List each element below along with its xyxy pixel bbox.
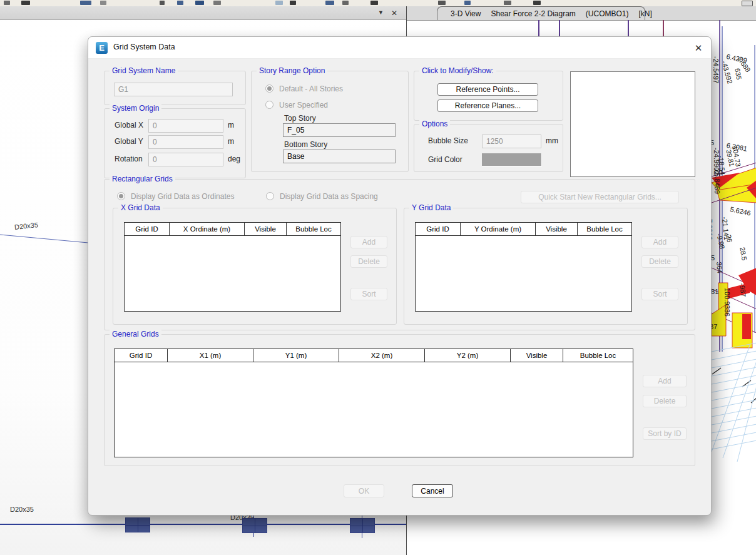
left-pane-titlebar: ▼ ✕ xyxy=(0,6,406,20)
radio-display-spacing-label: Display Grid Data as Spacing xyxy=(280,192,378,201)
column-header: Visible xyxy=(536,223,578,235)
toolbar-icon[interactable] xyxy=(160,1,165,5)
y-grid-table-body[interactable] xyxy=(416,236,631,311)
bubble-size-unit: mm xyxy=(546,136,558,145)
column-header: Visible xyxy=(511,349,563,362)
group-legend: Click to Modify/Show: xyxy=(419,66,496,75)
group-legend: Rectangular Grids xyxy=(110,175,175,183)
general-delete-button[interactable]: Delete xyxy=(643,395,687,407)
rotation-unit: deg xyxy=(228,155,240,163)
x-grid-table-header: Grid ID X Ordinate (m) Visible Bubble Lo… xyxy=(125,223,340,236)
general-grids-table-body[interactable] xyxy=(115,362,633,457)
tab-label-diagram: Shear Force 2-2 Diagram xyxy=(491,9,575,18)
group-legend: Y Grid Data xyxy=(409,203,453,212)
ok-button[interactable]: OK xyxy=(344,484,384,497)
column-header: X2 (m) xyxy=(339,349,425,362)
column-header: Bubble Loc xyxy=(578,223,631,235)
radio-user-specified[interactable] xyxy=(265,101,273,109)
cancel-button[interactable]: Cancel xyxy=(412,484,453,497)
column-header: Visible xyxy=(245,223,287,235)
toolbar-icon[interactable] xyxy=(438,1,446,5)
bubble-size-input[interactable]: 1250 xyxy=(482,135,541,148)
pane-close-button[interactable]: ✕ xyxy=(391,9,397,17)
group-options: Options Bubble Size 1250 mm Grid Color xyxy=(414,124,563,172)
dialog-title: Grid System Data xyxy=(113,43,175,51)
x-grid-delete-button[interactable]: Delete xyxy=(350,255,387,268)
group-system-origin: System Origin Global X 0 m Global Y 0 m … xyxy=(104,108,246,178)
toolbar-icon[interactable] xyxy=(4,1,10,5)
x-grid-add-button[interactable]: Add xyxy=(350,236,387,248)
bubble-size-label: Bubble Size xyxy=(428,136,468,145)
toolbar-icon[interactable] xyxy=(213,1,221,5)
dialog-titlebar[interactable]: E Grid System Data ✕ xyxy=(88,37,711,59)
general-grids-table: Grid ID X1 (m) Y1 (m) X2 (m) Y2 (m) Visi… xyxy=(114,349,633,457)
toolbar-icon[interactable] xyxy=(342,1,349,5)
selected-joint-handle[interactable] xyxy=(125,517,150,532)
group-legend: X Grid Data xyxy=(118,203,163,212)
toolbar-icon[interactable] xyxy=(275,1,283,5)
global-x-input[interactable]: 0 xyxy=(148,119,223,133)
rotation-label: Rotation xyxy=(115,155,143,163)
force-value-label: 364 xyxy=(715,262,724,273)
group-general-grids: General Grids Grid ID X1 (m) Y1 (m) X2 (… xyxy=(104,334,695,466)
force-value-label: 100.9336 xyxy=(723,288,731,317)
toolbar-icon[interactable] xyxy=(290,1,296,5)
y-grid-table-header: Grid ID Y Ordinate (m) Visible Bubble Lo… xyxy=(416,223,631,236)
grid-system-name-input[interactable]: G1 xyxy=(114,83,233,96)
y-grid-delete-button[interactable]: Delete xyxy=(641,255,678,268)
column-header: X Ordinate (m) xyxy=(170,223,245,235)
column-header: Y1 (m) xyxy=(253,349,339,362)
toolbar-icon[interactable] xyxy=(370,1,378,5)
group-legend: Grid System Name xyxy=(110,66,178,75)
toolbar-icon[interactable] xyxy=(533,1,541,5)
view-tab-bar: 3-D View Shear Force 2-2 Diagram (UCOMBO… xyxy=(407,6,756,21)
toolbar-icon[interactable] xyxy=(325,1,334,5)
reference-points-button[interactable]: Reference Points... xyxy=(437,83,538,96)
x-grid-table-body[interactable] xyxy=(125,236,340,311)
toolbar-icon[interactable] xyxy=(742,1,753,6)
force-value-label: 25.8469 xyxy=(713,169,721,194)
global-y-label: Global Y xyxy=(115,137,143,146)
toolbar-icon[interactable] xyxy=(100,1,106,5)
x-grid-table: Grid ID X Ordinate (m) Visible Bubble Lo… xyxy=(124,222,341,312)
radio-display-ordinates-label: Display Grid Data as Ordinates xyxy=(131,192,234,201)
general-sort-by-id-button[interactable]: Sort by ID xyxy=(643,427,687,440)
reference-planes-button[interactable]: Reference Planes... xyxy=(437,99,538,112)
toolbar-icon[interactable] xyxy=(464,1,471,5)
y-grid-table: Grid ID Y Ordinate (m) Visible Bubble Lo… xyxy=(415,222,632,312)
column-header: Grid ID xyxy=(416,223,461,235)
grid-system-data-dialog: E Grid System Data ✕ Grid System Name G1… xyxy=(88,36,712,516)
bottom-story-select[interactable]: Base xyxy=(283,150,396,163)
radio-display-ordinates[interactable] xyxy=(117,192,125,200)
group-legend: System Origin xyxy=(110,104,161,113)
toolbar-icon[interactable] xyxy=(504,1,511,5)
beam-line xyxy=(0,228,88,247)
selected-joint-handle[interactable] xyxy=(242,518,267,533)
toolbar-icon[interactable] xyxy=(195,1,204,5)
grid-preview-box xyxy=(570,71,695,177)
toolbar-icon[interactable] xyxy=(80,1,91,5)
grid-color-swatch[interactable] xyxy=(482,153,542,166)
toolbar-icon[interactable] xyxy=(177,1,183,5)
group-modify-show: Click to Modify/Show: Reference Points..… xyxy=(414,71,563,121)
column-header: Grid ID xyxy=(125,223,170,235)
general-add-button[interactable]: Add xyxy=(643,375,687,387)
global-y-input[interactable]: 0 xyxy=(148,135,223,149)
x-grid-sort-button[interactable]: Sort xyxy=(350,288,387,300)
y-grid-sort-button[interactable]: Sort xyxy=(641,288,678,300)
selected-joint-handle[interactable] xyxy=(350,518,375,533)
tab-label-view: 3-D View xyxy=(451,9,481,18)
quick-start-button[interactable]: Quick Start New Rectangular Grids... xyxy=(521,191,679,203)
force-value-label: -24.5497 xyxy=(712,56,720,83)
toolbar-icon[interactable] xyxy=(21,1,30,5)
global-y-unit: m xyxy=(228,137,234,146)
y-grid-add-button[interactable]: Add xyxy=(641,236,678,248)
radio-default-all-stories[interactable] xyxy=(265,84,273,93)
group-y-grid-data: Y Grid Data Grid ID Y Ordinate (m) Visib… xyxy=(404,208,688,325)
radio-display-spacing[interactable] xyxy=(266,192,274,200)
rotation-input[interactable]: 0 xyxy=(148,153,223,166)
tab-3d-view-shear-force[interactable]: 3-D View Shear Force 2-2 Diagram (UCOMBO… xyxy=(437,6,645,20)
top-story-select[interactable]: F_05 xyxy=(283,123,396,137)
collapse-arrow-button[interactable]: ▼ xyxy=(378,10,384,16)
dialog-close-button[interactable]: ✕ xyxy=(692,41,705,55)
